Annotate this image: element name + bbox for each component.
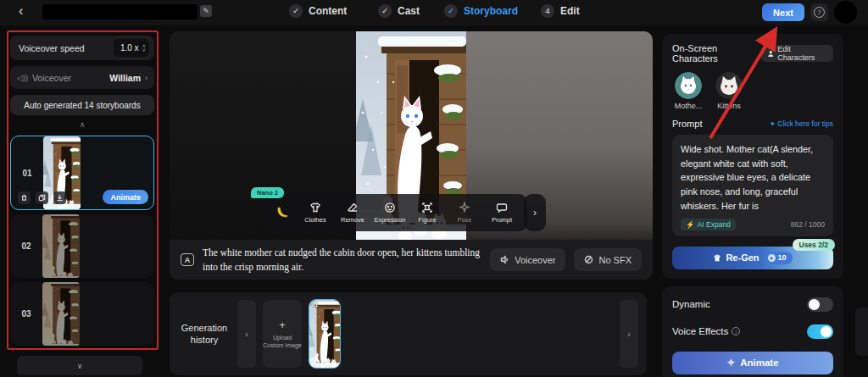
character-avatar: [675, 72, 702, 99]
stepper-arrows-icon[interactable]: ∧∨: [142, 44, 146, 53]
regen-label: Re-Gen: [726, 252, 759, 263]
chevron-right-icon: ›: [145, 74, 147, 82]
voiceover-label: Voiceover: [32, 73, 109, 83]
show-more-chevron-button[interactable]: ∨: [17, 356, 142, 375]
download-icon[interactable]: [53, 191, 66, 204]
upload-custom-image-button[interactable]: + Upload Custom Image: [263, 300, 302, 368]
voiceover-select[interactable]: ◁)) Voiceover William ›: [10, 66, 154, 89]
prompt-text: Wide shot. Mother cat(A slender, elegant…: [681, 142, 825, 213]
ai-expand-label: AI Expand: [698, 220, 731, 229]
character-kittens[interactable]: Kittens: [713, 72, 745, 110]
uses-badge: Uses 2/2: [793, 239, 836, 251]
tab-content-label: Content: [309, 5, 347, 17]
character-avatar: [715, 72, 743, 99]
prompt-title: Prompt: [672, 119, 702, 129]
speaker-icon: [500, 255, 509, 264]
user-avatar[interactable]: [834, 1, 857, 24]
tool-expression[interactable]: Expression: [371, 202, 409, 224]
tab-edit-label: Edit: [560, 5, 580, 17]
tool-clothes[interactable]: Clothes: [297, 202, 334, 224]
tool-label: Expression: [374, 216, 405, 224]
storyboard-sidebar: Voiceover speed 1.0 x ∧∨ ◁)) Voiceover W…: [10, 36, 154, 350]
project-title-field[interactable]: [42, 4, 198, 19]
person-icon: [767, 50, 775, 58]
tab-content[interactable]: ✓ Content: [289, 4, 347, 18]
edge-panel-fragment: [855, 308, 868, 356]
animate-button-small[interactable]: Animate: [103, 190, 148, 204]
arrow-up-icon: ▲: [768, 254, 776, 262]
tab-storyboard[interactable]: ✓ Storyboard: [444, 4, 518, 18]
voiceover-speed-label: Voiceover speed: [19, 43, 85, 53]
collapse-chevron-icon[interactable]: ∧: [10, 120, 154, 132]
dynamic-toggle[interactable]: [807, 297, 833, 312]
tool-label: Clothes: [304, 216, 326, 224]
step-number: 4: [541, 4, 554, 18]
char-count: 862 / 1000: [791, 220, 825, 229]
banana-icon[interactable]: [268, 205, 297, 220]
tool-prompt[interactable]: Prompt: [483, 202, 520, 224]
crown-icon: ♛: [713, 253, 721, 263]
storyboard-number: 02: [10, 241, 42, 251]
no-sfx-button[interactable]: No SFX: [574, 248, 642, 271]
storyboard-item-02[interactable]: 02: [10, 214, 154, 278]
delete-icon[interactable]: [18, 191, 31, 204]
plus-icon: +: [279, 319, 286, 331]
storyboard-number: 03: [10, 309, 42, 319]
tool-remove[interactable]: Remove: [334, 202, 371, 224]
sparkle-icon: ✧: [726, 357, 735, 369]
duplicate-icon[interactable]: [36, 191, 48, 204]
prompt-textarea[interactable]: Wide shot. Mother cat(A slender, elegant…: [672, 135, 833, 236]
sparkle-icon: ⚡: [686, 220, 695, 229]
tool-pose[interactable]: Pose: [446, 202, 483, 224]
no-sfx-button-label: No SFX: [598, 255, 632, 265]
voiceover-button[interactable]: Voiceover: [490, 248, 565, 271]
help-button[interactable]: ?: [810, 3, 828, 21]
question-icon: ?: [814, 7, 825, 18]
tool-label: Remove: [341, 216, 364, 224]
text-style-icon[interactable]: A: [181, 253, 194, 266]
voice-effects-label: Voice Effects: [672, 326, 728, 336]
ai-expand-button[interactable]: ⚡ AI Expand: [681, 219, 736, 230]
info-icon: i: [732, 327, 740, 335]
check-icon: ✓: [378, 4, 392, 18]
edit-toolbar: Clothes Remove Expression Figure Pose Pr…: [261, 194, 527, 231]
animate-button[interactable]: ✧ Animate: [672, 352, 833, 374]
generation-history-panel: Generation history ‹ + Upload Custom Ima…: [170, 292, 647, 375]
nano-badge: Nano 2: [251, 187, 284, 198]
storyboard-item-03[interactable]: 03: [10, 282, 154, 346]
history-next-chevron[interactable]: ›: [620, 300, 638, 368]
history-prev-chevron[interactable]: ‹: [237, 300, 256, 368]
generation-history-label: Generation history: [178, 322, 231, 347]
back-icon[interactable]: ‹: [19, 3, 23, 19]
tab-cast[interactable]: ✓ Cast: [378, 4, 420, 18]
character-name: Kittens: [717, 102, 741, 110]
check-icon: ✓: [444, 4, 458, 18]
edit-title-icon[interactable]: ✎: [200, 5, 212, 17]
storyboard-item-01[interactable]: 01 Animate: [10, 136, 154, 210]
tab-edit[interactable]: 4 Edit: [541, 4, 580, 18]
edit-characters-button[interactable]: Edit Characters: [761, 45, 833, 62]
tool-figure[interactable]: Figure: [409, 202, 446, 224]
voiceover-speed-value: 1.0 x: [120, 43, 139, 53]
dynamic-label: Dynamic: [672, 299, 710, 309]
next-button[interactable]: Next: [762, 3, 804, 21]
character-name: Mothe...: [675, 102, 703, 110]
voiceover-speed-stepper[interactable]: 1.0 x ∧∨: [114, 39, 149, 57]
settings-card: Dynamic Voice Effects i ✧ Animate: [662, 286, 843, 377]
auto-generated-button[interactable]: Auto generated 14 storyboards: [10, 95, 154, 115]
regen-cost: 10: [778, 253, 787, 262]
caption-text[interactable]: The white mother cat nudged the cabin do…: [203, 246, 481, 274]
edit-characters-label: Edit Characters: [777, 45, 827, 62]
regen-cost-pill: ▲ 10: [765, 252, 793, 264]
upload-label: Upload Custom Image: [263, 334, 302, 350]
toolbar-more-chevron[interactable]: ›: [524, 194, 546, 231]
characters-title: On-Screen Characters: [672, 43, 761, 64]
voiceover-value: William: [109, 73, 141, 83]
tips-link[interactable]: ✦ Click here for tips: [770, 119, 833, 128]
right-panel: On-Screen Characters Edit Characters Mot…: [662, 34, 843, 377]
voice-effects-toggle[interactable]: [807, 324, 833, 339]
voiceover-speed-row: Voiceover speed 1.0 x ∧∨: [10, 36, 154, 60]
history-thumbnail-01[interactable]: 01: [309, 299, 341, 369]
character-mother[interactable]: Mothe...: [672, 72, 704, 110]
voiceover-button-label: Voiceover: [515, 255, 555, 265]
